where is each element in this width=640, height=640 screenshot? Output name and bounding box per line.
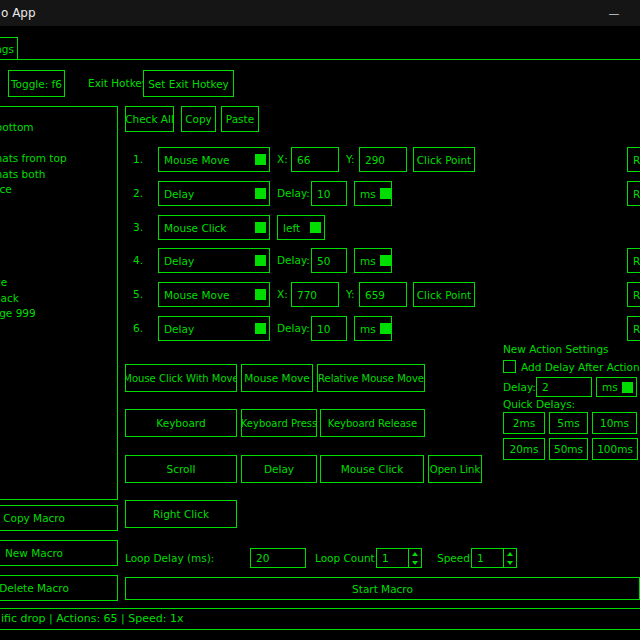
delay-label: Delay: — [277, 254, 310, 266]
dropdown-indicator-icon — [255, 255, 266, 266]
action-type-dropdown[interactable]: Mouse Move — [158, 282, 270, 307]
delay-unit-dropdown[interactable]: ms — [354, 181, 392, 206]
add-mouse-click-button[interactable]: Mouse Click — [320, 455, 424, 483]
stepper-arrows[interactable] — [503, 549, 516, 567]
dropdown-indicator-icon — [255, 154, 266, 165]
quick-delay-2ms-button[interactable]: 2ms — [503, 412, 545, 434]
macro-list-item[interactable]: g mats both — [0, 167, 117, 183]
delay-input-value: 10 — [317, 188, 330, 200]
check-all-button[interactable]: Check All — [125, 106, 174, 132]
add-mouse-click-with-move-button[interactable]: Mouse Click With Move — [125, 364, 237, 392]
speed-stepper[interactable]: 1 — [471, 548, 517, 568]
action-row-5: 5. Mouse Move X: 770 Y: 659 Click Point … — [125, 282, 640, 308]
add-mouse-move-button[interactable]: Mouse Move — [241, 364, 313, 392]
minimize-button[interactable]: — — [596, 0, 632, 26]
dropdown-indicator-icon — [380, 255, 391, 266]
macro-list-item[interactable]: st — [0, 136, 117, 152]
dropdown-indicator-icon — [622, 382, 633, 393]
spinner-up-icon[interactable] — [412, 552, 418, 556]
dropdown-indicator-icon — [255, 222, 266, 233]
remove-button[interactable]: R — [627, 181, 640, 206]
add-scroll-button[interactable]: Scroll — [125, 455, 237, 483]
quick-delay-5ms-button[interactable]: 5ms — [549, 412, 588, 434]
action-type-dropdown[interactable]: Mouse Move — [158, 147, 270, 172]
delete-macro-button[interactable]: Delete Macro — [0, 575, 118, 601]
quick-delay-50ms-button[interactable]: 50ms — [549, 438, 588, 460]
click-point-button[interactable]: Click Point — [413, 147, 475, 172]
action-index: 5. — [133, 288, 143, 300]
action-row-4: 4. Delay Delay: 50 ms R — [125, 248, 640, 274]
window-title: o App — [1, 6, 36, 20]
remove-button[interactable]: R — [627, 147, 640, 172]
loop-count-stepper[interactable]: 1 — [376, 548, 422, 568]
new-macro-button[interactable]: New Macro — [0, 540, 118, 566]
quick-delays-label: Quick Delays: — [503, 398, 575, 410]
exit-hotkey-label: Exit Hotkey: — [88, 77, 151, 89]
macro-listbox[interactable]: m bottom st g mats from top g mats both … — [0, 106, 118, 500]
delay-input[interactable]: 50 — [311, 248, 347, 273]
add-keyboard-press-button[interactable]: Keyboard Press — [241, 409, 317, 437]
delay-unit-dropdown[interactable]: ms — [354, 316, 392, 341]
y-input[interactable]: 290 — [359, 147, 407, 172]
nas-delay-value: 2 — [542, 381, 549, 393]
tab-settings[interactable]: ngs — [0, 37, 18, 60]
click-point-button[interactable]: Click Point — [413, 282, 475, 307]
add-relative-mouse-move-button[interactable]: Relative Mouse Move — [317, 364, 425, 392]
dropdown-indicator-icon — [380, 188, 391, 199]
remove-button[interactable]: R — [627, 248, 640, 273]
macro-list-gap — [0, 198, 117, 260]
copy-macro-button[interactable]: Copy Macro — [0, 505, 118, 531]
stepper-arrows[interactable] — [408, 549, 421, 567]
remove-button[interactable]: R — [627, 282, 640, 307]
y-input[interactable]: 659 — [359, 282, 407, 307]
macro-list-item[interactable]: ckpack — [0, 291, 117, 307]
loop-count-label: Loop Count: — [315, 552, 378, 564]
macro-list-item[interactable]: lip — [0, 322, 117, 338]
mouse-button-dropdown[interactable]: left — [277, 215, 325, 240]
macro-list-item[interactable]: orage 999 — [0, 306, 117, 322]
add-keyboard-button[interactable]: Keyboard — [125, 409, 237, 437]
action-type-dropdown[interactable]: Delay — [158, 316, 270, 341]
paste-button[interactable]: Paste — [221, 106, 259, 132]
x-input[interactable]: 770 — [291, 282, 339, 307]
spinner-down-icon[interactable] — [412, 561, 418, 565]
add-right-click-button[interactable]: Right Click — [125, 500, 237, 528]
toggle-hotkey-button[interactable]: Toggle: f6 — [8, 70, 65, 97]
remove-button[interactable]: R — [627, 316, 640, 341]
add-delay-after-action-checkbox[interactable] — [503, 360, 516, 373]
delay-input-value: 50 — [317, 255, 330, 267]
macro-list-item[interactable]: rance — [0, 182, 117, 198]
nas-delay-input[interactable]: 2 — [536, 377, 592, 397]
x-input[interactable]: 66 — [291, 147, 339, 172]
action-type-dropdown[interactable]: Delay — [158, 248, 270, 273]
macro-list-item[interactable]: s — [0, 260, 117, 276]
action-type-dropdown[interactable]: Delay — [158, 181, 270, 206]
x-label: X: — [277, 153, 288, 165]
add-open-link-button[interactable]: Open Link — [428, 455, 482, 483]
add-delay-button[interactable]: Delay — [241, 455, 317, 483]
quick-delay-20ms-button[interactable]: 20ms — [503, 438, 545, 460]
quick-delay-10ms-button[interactable]: 10ms — [592, 412, 637, 434]
quick-delay-100ms-button[interactable]: 100ms — [592, 438, 638, 460]
loop-delay-label: Loop Delay (ms): — [125, 552, 214, 564]
nas-unit-dropdown[interactable]: ms — [596, 377, 637, 397]
macro-list-item[interactable]: ance — [0, 275, 117, 291]
copy-button[interactable]: Copy — [181, 106, 216, 132]
action-type-dropdown[interactable]: Mouse Click — [158, 215, 270, 240]
action-index: 1. — [133, 153, 143, 165]
start-macro-button[interactable]: Start Macro — [125, 577, 640, 600]
app-window: o App — ngs Toggle: f6 Exit Hotkey: Set … — [0, 0, 640, 640]
delay-input[interactable]: 10 — [311, 181, 347, 206]
delay-unit-dropdown[interactable]: ms — [354, 248, 392, 273]
macro-list-item[interactable]: g mats from top — [0, 151, 117, 167]
loop-delay-input[interactable]: 20 — [250, 548, 306, 568]
spinner-up-icon[interactable] — [507, 552, 513, 556]
macro-list-item[interactable]: m bottom — [0, 120, 117, 136]
y-input-value: 659 — [365, 289, 385, 301]
dropdown-indicator-icon — [255, 188, 266, 199]
spinner-down-icon[interactable] — [507, 561, 513, 565]
delay-input-value: 10 — [317, 323, 330, 335]
add-keyboard-release-button[interactable]: Keyboard Release — [320, 409, 425, 437]
set-exit-hotkey-button[interactable]: Set Exit Hotkey — [143, 70, 234, 97]
delay-input[interactable]: 10 — [311, 316, 347, 341]
